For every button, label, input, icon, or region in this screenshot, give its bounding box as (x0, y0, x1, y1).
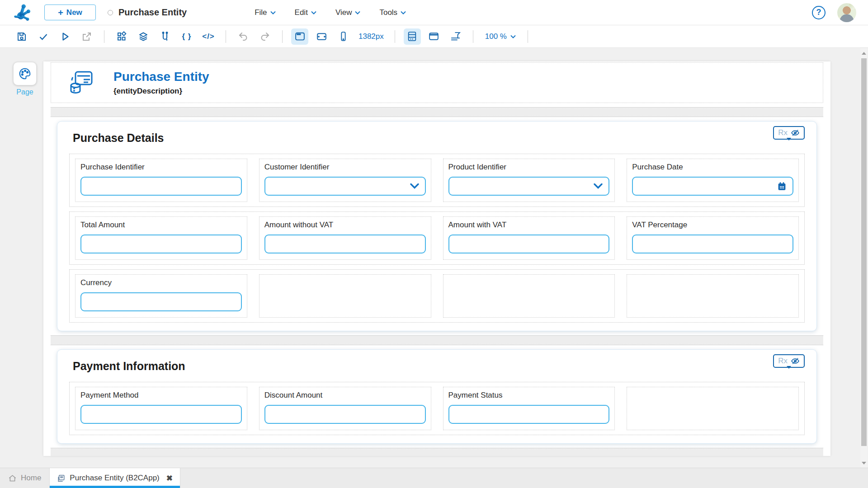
device-phone-button[interactable] (335, 28, 352, 45)
components-grid-icon (116, 31, 127, 42)
connectors-button[interactable] (156, 28, 174, 45)
filter-lines-icon (450, 31, 461, 42)
page-palette-button[interactable]: Page (13, 62, 37, 96)
total-amount-input[interactable] (80, 235, 242, 253)
panel-layout-button[interactable] (404, 28, 421, 45)
calendar-icon (777, 182, 787, 191)
filter-lines-button[interactable] (447, 28, 464, 45)
canvas-header-block[interactable]: Purchase Entity {entityDescription} (51, 62, 823, 103)
field-amount-with-vat[interactable]: Amount with VAT (443, 216, 615, 260)
field-total-amount[interactable]: Total Amount (75, 216, 247, 260)
tab-purchase-entity[interactable]: Purchase Entity (B2CApp) ✖ (49, 468, 180, 488)
menu-file[interactable]: File (255, 8, 275, 17)
layers-button[interactable] (135, 28, 152, 45)
amount-with-vat-input[interactable] (448, 235, 610, 253)
field-payment-status[interactable]: Payment Status (443, 387, 615, 430)
source-code-button[interactable]: </> (200, 28, 217, 45)
curly-braces-icon: { } (182, 32, 192, 41)
purchase-date-input[interactable] (632, 177, 793, 196)
section-payment-information[interactable]: RxPayment InformationPayment MethodDisco… (57, 349, 817, 444)
section-title: Purchase Details (73, 131, 805, 145)
field-vat-percentage[interactable]: VAT Percentage (627, 216, 799, 260)
field-label: Purchase Date (632, 163, 793, 172)
empty-cell[interactable] (259, 274, 431, 318)
field-label: Amount with VAT (448, 221, 610, 230)
field-label: Payment Method (80, 391, 242, 400)
undo-icon (238, 31, 249, 42)
rx-visibility-badge[interactable]: Rx (773, 354, 805, 368)
chevron-down-icon (594, 183, 603, 189)
canvas-row-gap (51, 107, 823, 117)
new-button[interactable]: + New (44, 5, 96, 20)
container-frame-button[interactable] (425, 28, 443, 45)
product-identifier-input[interactable] (448, 177, 610, 196)
menu-bar: File Edit View Tools (255, 8, 406, 17)
chevron-down-icon (410, 183, 419, 189)
rx-badge-label: Rx (778, 357, 788, 366)
app-logo-icon[interactable] (12, 2, 33, 23)
field-amount-without-vat[interactable]: Amount without VAT (259, 216, 431, 260)
field-purchase-identifier[interactable]: Purchase Identifier (75, 159, 247, 202)
menu-file-label: File (255, 8, 267, 17)
payment-method-input[interactable] (80, 405, 242, 424)
eye-off-icon (791, 357, 800, 366)
chevron-down-icon (355, 11, 360, 14)
braces-button[interactable]: { } (178, 28, 195, 45)
document-state-icon (108, 10, 113, 15)
connector-plug-icon (160, 31, 170, 42)
device-tablet-button[interactable] (313, 28, 330, 45)
empty-cell[interactable] (627, 274, 799, 318)
purchase-identifier-input[interactable] (80, 177, 242, 196)
field-label: Amount without VAT (264, 221, 426, 230)
field-product-identifier[interactable]: Product Identifier (443, 159, 615, 202)
components-button[interactable] (113, 28, 130, 45)
palette-icon (18, 67, 32, 80)
menu-edit[interactable]: Edit (295, 8, 316, 17)
help-icon[interactable]: ? (812, 6, 826, 19)
scroll-down-arrow[interactable] (860, 460, 868, 467)
amount-without-vat-input[interactable] (264, 235, 426, 253)
scrollbar-thumb[interactable] (861, 58, 867, 446)
rx-badge-label: Rx (778, 128, 788, 137)
discount-amount-input[interactable] (264, 405, 426, 424)
field-purchase-date[interactable]: Purchase Date (627, 159, 799, 202)
empty-cell[interactable] (627, 387, 799, 430)
rx-visibility-badge[interactable]: Rx (773, 126, 805, 140)
undo-button[interactable] (235, 28, 252, 45)
close-tab-icon[interactable]: ✖ (166, 474, 173, 483)
play-icon (60, 31, 71, 42)
device-desktop-button[interactable] (291, 28, 308, 45)
tab-home[interactable]: Home (0, 468, 49, 488)
validate-button[interactable] (35, 28, 52, 45)
field-currency[interactable]: Currency (75, 274, 247, 318)
menu-tools[interactable]: Tools (379, 8, 406, 17)
redo-button[interactable] (256, 28, 274, 45)
run-button[interactable] (57, 28, 74, 45)
menu-view[interactable]: View (335, 8, 361, 17)
field-discount-amount[interactable]: Discount Amount (259, 387, 431, 430)
payment-status-input[interactable] (448, 405, 610, 424)
code-icon: </> (202, 32, 215, 41)
page-palette-label: Page (13, 88, 37, 96)
chevron-down-icon (311, 11, 316, 14)
save-button[interactable] (13, 28, 30, 45)
customer-identifier-input[interactable] (264, 177, 426, 196)
field-label: Total Amount (80, 221, 242, 230)
currency-input[interactable] (80, 292, 242, 311)
export-button[interactable] (78, 28, 95, 45)
chevron-down-icon (401, 11, 406, 14)
vertical-scrollbar[interactable] (860, 48, 868, 468)
section-purchase-details[interactable]: RxPurchase DetailsPurchase IdentifierCus… (57, 121, 817, 331)
zoom-select[interactable]: 100 % (485, 32, 516, 41)
field-label: Customer Identifier (264, 163, 426, 172)
user-avatar[interactable] (837, 3, 856, 22)
field-row: Payment MethodDiscount AmountPayment Sta… (69, 382, 805, 435)
vat-percentage-input[interactable] (632, 235, 793, 253)
home-icon (8, 474, 17, 483)
document-title: Purchase Entity (118, 7, 187, 18)
design-workspace: Page Purchase Entity {entityDescription}… (0, 48, 868, 468)
empty-cell[interactable] (443, 274, 615, 318)
scroll-up-arrow[interactable] (860, 49, 868, 56)
field-customer-identifier[interactable]: Customer Identifier (259, 159, 431, 202)
field-payment-method[interactable]: Payment Method (75, 387, 247, 430)
